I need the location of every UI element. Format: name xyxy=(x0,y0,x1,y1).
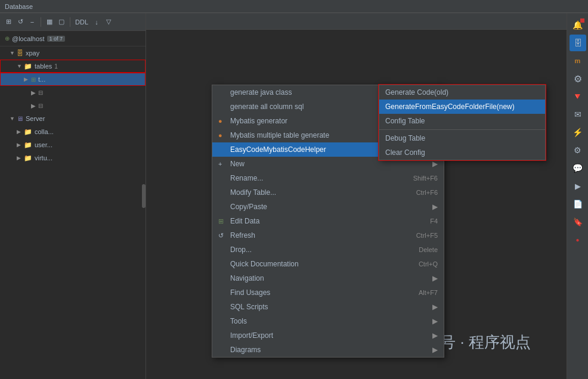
submenu-item-generate-new[interactable]: GenerateFromEasyCodeFolderFile(new) xyxy=(379,100,545,114)
database-sidebar-icon[interactable]: 🗄 xyxy=(570,35,586,51)
menu-label-rename: Rename... xyxy=(230,174,263,182)
spring-icon[interactable]: ⚡ xyxy=(570,124,586,141)
menu-label-quickdoc: Quick Documentation xyxy=(230,260,299,268)
filter-icon[interactable]: ▽ xyxy=(104,17,113,27)
submenu-label-generate-new: GenerateFromEasyCodeFolderFile(new) xyxy=(385,102,515,111)
tree-label-colla: colla... xyxy=(35,128,54,135)
toolbar-sep-2 xyxy=(70,17,70,27)
menu-label-generate-sql: generate all column sql xyxy=(230,102,304,111)
menu-item-findusages[interactable]: Find Usages Alt+F7 xyxy=(212,285,444,300)
navigation-arrow: ▶ xyxy=(432,274,438,282)
tree-arrow-table: ▶ xyxy=(24,76,30,82)
menu-label-refresh: Refresh xyxy=(230,231,255,240)
submenu-item-debug-table[interactable]: Debug Table xyxy=(379,131,545,145)
file-sidebar-icon[interactable]: 📄 xyxy=(570,195,586,212)
new-arrow: ▶ xyxy=(432,160,438,168)
new-plus-icon: + xyxy=(218,160,228,167)
col-icon-tree-2: ⊟ xyxy=(38,102,43,109)
db-toolbar: ⊞ ↺ − ▦ ▢ DDL ↓ ▽ xyxy=(0,13,146,31)
editdata-icon: ⊞ xyxy=(218,218,228,225)
gear-icon[interactable]: ⚙ xyxy=(570,142,586,159)
remove-icon[interactable]: − xyxy=(27,17,37,27)
refresh-shortcut: Ctrl+F5 xyxy=(416,232,438,239)
bookmark-icon[interactable]: 🔖 xyxy=(570,213,586,230)
tree-item-table[interactable]: ▶ ⊞ t... xyxy=(0,73,146,86)
menu-item-quickdoc[interactable]: Quick Documentation Ctrl+Q xyxy=(212,257,444,271)
circle-status-icon[interactable]: ● xyxy=(570,231,586,248)
modify-shortcut: Ctrl+F6 xyxy=(416,189,438,196)
menu-item-navigation[interactable]: Navigation ▶ xyxy=(212,271,444,285)
add-icon[interactable]: ⊞ xyxy=(4,17,13,27)
ant-icon[interactable]: 🔻 xyxy=(570,88,586,105)
menu-item-tools[interactable]: Tools ▶ xyxy=(212,314,444,328)
menu-item-modify[interactable]: Modify Table... Ctrl+F6 xyxy=(212,185,444,200)
col-icon-1: ▶ xyxy=(31,89,36,96)
tree-arrow-tables: ▼ xyxy=(17,63,23,69)
tree-item-col2[interactable]: ▶ ⊟ xyxy=(0,99,146,112)
menu-label-diagrams: Diagrams xyxy=(230,346,261,354)
tree-arrow-server: ▼ xyxy=(10,116,16,122)
notification-badge xyxy=(580,18,584,23)
menu-item-rename[interactable]: Rename... Shift+F6 xyxy=(212,171,444,185)
menu-label-modify: Modify Table... xyxy=(230,188,276,197)
tree-label-table: t... xyxy=(38,76,45,83)
editor-tab-bar xyxy=(146,13,567,30)
scrollbar[interactable] xyxy=(142,184,146,208)
submenu-easycode: Generate Code(old) GenerateFromEasyCodeF… xyxy=(379,85,546,160)
tree-arrow-colla: ▶ xyxy=(17,129,23,135)
table-icon-tree: ⊞ xyxy=(31,76,36,83)
tree-item-colla[interactable]: ▶ 📁 colla... xyxy=(0,125,146,138)
tree-item-virtu[interactable]: ▶ 📁 virtu... xyxy=(0,151,146,164)
copypaste-arrow: ▶ xyxy=(432,203,438,211)
menu-label-navigation: Navigation xyxy=(230,274,264,282)
refresh-menu-icon: ↺ xyxy=(218,232,228,240)
menu-label-tools: Tools xyxy=(230,317,247,325)
menu-item-importexport[interactable]: Import/Export ▶ xyxy=(212,328,444,343)
schema-icon[interactable]: ▢ xyxy=(57,17,66,27)
tree-arrow: ▼ xyxy=(10,50,16,56)
connection-icon: ⊕ xyxy=(5,35,10,42)
tree-label-tables: tables xyxy=(35,63,52,70)
main-layout: ⊞ ↺ − ▦ ▢ DDL ↓ ▽ ⊕ @localhost 1 of 7 ▼ … xyxy=(0,13,588,379)
menu-item-drop[interactable]: Drop... Delete xyxy=(212,243,444,257)
tree-item-xpay[interactable]: ▼ 🗄 xpay xyxy=(0,46,146,60)
menu-item-diagrams[interactable]: Diagrams ▶ xyxy=(212,343,444,357)
submenu-sep xyxy=(379,129,545,130)
notification-icon[interactable]: 🔔 xyxy=(570,17,586,33)
chat-icon[interactable]: 💬 xyxy=(570,160,586,176)
run-icon[interactable]: ▶ xyxy=(570,178,586,194)
menu-item-sqlscripts[interactable]: SQL Scripts ▶ xyxy=(212,300,444,314)
menu-label-mybatis-gen: Mybatis generator xyxy=(230,117,287,125)
table-icon[interactable]: ▦ xyxy=(45,17,54,27)
diagrams-arrow: ▶ xyxy=(432,346,438,354)
maven-icon[interactable]: m xyxy=(570,52,586,69)
menu-label-findusages: Find Usages xyxy=(230,288,270,297)
menu-item-refresh[interactable]: ↺ Refresh Ctrl+F5 xyxy=(212,228,444,243)
tree-item-server[interactable]: ▼ 🖥 Server xyxy=(0,112,146,125)
virtu-icon: 📁 xyxy=(24,154,32,162)
importexport-arrow: ▶ xyxy=(432,331,438,340)
submenu-item-generate-old[interactable]: Generate Code(old) xyxy=(379,85,545,100)
connection-bar[interactable]: ⊕ @localhost 1 of 7 xyxy=(0,31,146,46)
mybatis-gen-icon: ● xyxy=(218,117,228,125)
tree-count-tables: 1 xyxy=(54,63,58,70)
sqlscripts-arrow: ▶ xyxy=(432,303,438,311)
ddl-label: DDL xyxy=(74,18,89,26)
submenu-label-clear-config: Clear Config xyxy=(385,148,425,157)
refresh-icon[interactable]: ↺ xyxy=(16,17,25,27)
ddl-arrow-icon[interactable]: ↓ xyxy=(92,17,101,27)
tree-item-user[interactable]: ▶ 📁 user... xyxy=(0,138,146,151)
toolbar-sep-1 xyxy=(41,17,41,27)
mail-icon[interactable]: ✉ xyxy=(570,106,586,123)
menu-item-editdata[interactable]: ⊞ Edit Data F4 xyxy=(212,214,444,228)
tree-item-tables[interactable]: ▼ 📁 tables 1 xyxy=(0,60,146,73)
tables-folder-icon: 📁 xyxy=(24,63,32,70)
gradle-icon[interactable]: ⚙ xyxy=(570,70,586,87)
menu-item-copypaste[interactable]: Copy/Paste ▶ xyxy=(212,200,444,214)
connection-badge: 1 of 7 xyxy=(47,36,66,42)
submenu-item-clear-config[interactable]: Clear Config xyxy=(379,145,545,160)
tree-item-col1[interactable]: ▶ ⊟ xyxy=(0,86,146,99)
submenu-item-config-table[interactable]: Config Table xyxy=(379,114,545,128)
tree-label-server: Server xyxy=(26,115,45,122)
mybatis-multi-icon: ● xyxy=(218,132,228,139)
